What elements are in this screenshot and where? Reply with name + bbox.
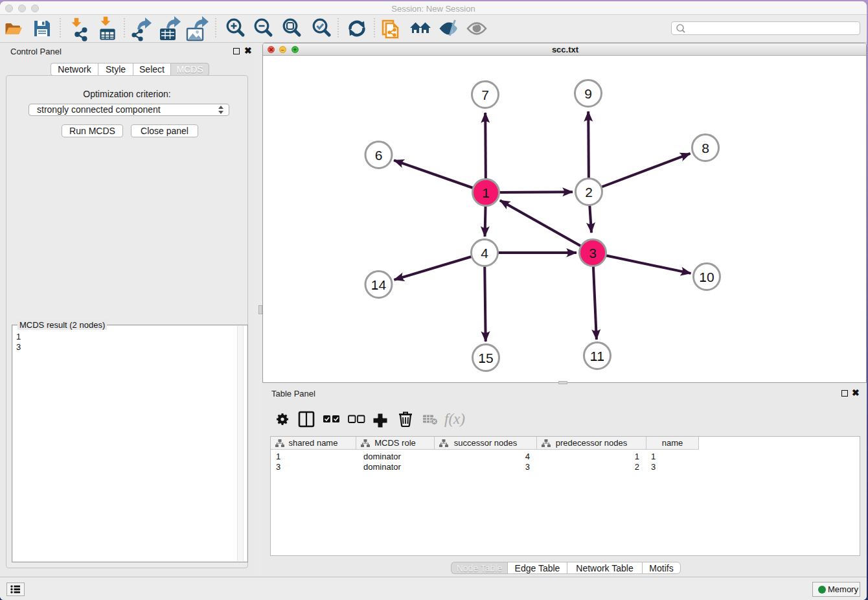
- svg-text:f(x): f(x): [444, 411, 465, 427]
- svg-text:6: 6: [375, 148, 383, 163]
- svg-text:8: 8: [702, 141, 709, 156]
- svg-text:10: 10: [699, 270, 714, 284]
- svg-text:11: 11: [590, 349, 604, 363]
- svg-text:15: 15: [478, 351, 493, 365]
- svg-text:3: 3: [589, 246, 597, 260]
- svg-text:2: 2: [585, 185, 593, 200]
- svg-text:4: 4: [481, 246, 488, 260]
- svg-text:9: 9: [584, 86, 592, 101]
- svg-text:1: 1: [482, 185, 490, 200]
- svg-text:14: 14: [371, 277, 387, 292]
- svg-text:7: 7: [481, 87, 489, 102]
